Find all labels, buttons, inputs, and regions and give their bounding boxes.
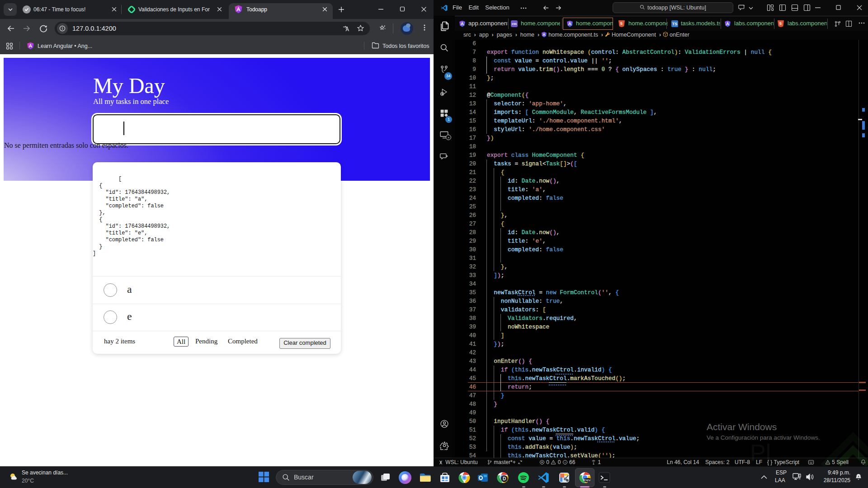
svg-text:z: z <box>858 475 859 478</box>
svg-text:Pl: Pl <box>750 440 771 466</box>
